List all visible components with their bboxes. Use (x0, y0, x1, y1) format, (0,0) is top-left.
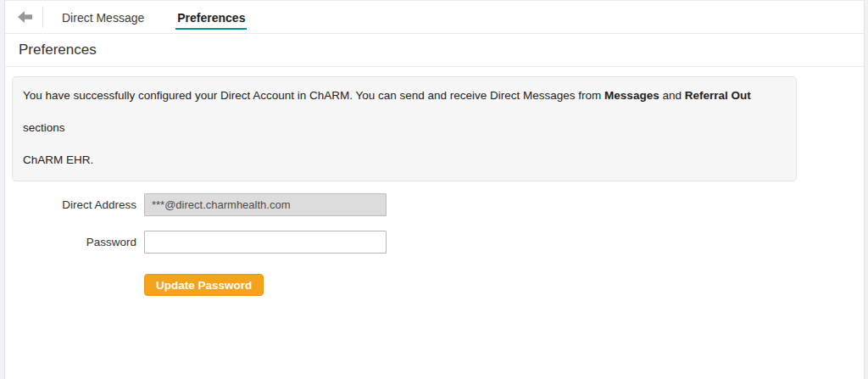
info-text-middle: and (659, 89, 685, 102)
direct-address-row: Direct Address (5, 193, 864, 216)
info-bold-referral-out: Referral Out (685, 89, 751, 102)
tab-direct-message[interactable]: Direct Message (60, 11, 146, 30)
info-message-text: You have successfully configured your Di… (23, 80, 786, 176)
info-message-box: You have successfully configured your Di… (12, 76, 797, 181)
tab-preferences[interactable]: Preferences (175, 11, 247, 30)
password-label: Password (5, 236, 144, 248)
heading-bar: Preferences (5, 34, 864, 67)
password-row: Password (5, 231, 864, 254)
back-button[interactable] (15, 7, 36, 27)
info-bold-messages: Messages (604, 89, 659, 102)
info-text-line2: ChARM EHR. (23, 153, 93, 166)
back-arrow-icon (18, 11, 33, 23)
info-text-before: You have successfully configured your Di… (23, 89, 604, 102)
top-tab-bar: Direct Message Preferences (5, 1, 864, 34)
info-text-after: sections (23, 121, 65, 134)
preferences-panel: Direct Message Preferences Preferences Y… (4, 0, 865, 379)
button-row: Update Password (144, 274, 864, 296)
preferences-form: Direct Address Password Update Password (5, 193, 864, 296)
page-title: Preferences (19, 42, 97, 59)
direct-address-input (144, 193, 387, 216)
toolbar-divider (42, 6, 43, 28)
direct-address-label: Direct Address (5, 198, 144, 211)
password-input[interactable] (144, 231, 387, 254)
update-password-button[interactable]: Update Password (144, 274, 264, 296)
